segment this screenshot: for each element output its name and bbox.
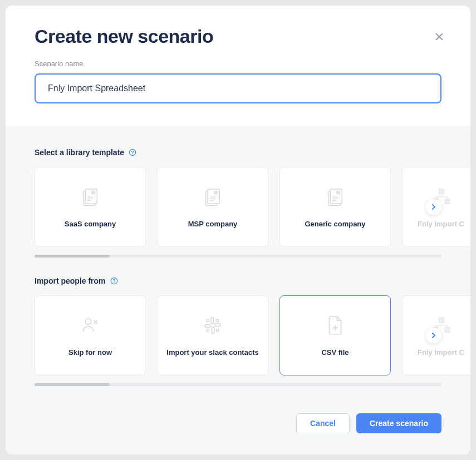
close-icon — [434, 32, 444, 42]
close-button[interactable] — [433, 30, 446, 43]
svg-rect-37 — [205, 324, 211, 327]
import-section-title: Import people from — [35, 276, 106, 285]
import-section-header: Import people from — [6, 276, 470, 285]
help-icon[interactable] — [110, 277, 118, 285]
svg-point-31 — [85, 319, 91, 325]
svg-point-3 — [133, 154, 133, 155]
svg-point-38 — [207, 319, 209, 322]
card-label: Import your slack contacts — [166, 348, 258, 358]
card-label: SaaS company — [65, 219, 116, 229]
modal-header: Create new scenario Scenario name — [6, 6, 470, 126]
import-card-csv[interactable]: CSV file — [279, 295, 391, 375]
svg-rect-36 — [212, 327, 214, 333]
card-label: Generic company — [305, 219, 365, 229]
template-card-saas[interactable]: SaaS company — [35, 167, 146, 247]
templates-cards-row: SaaS company MSP company Generic company — [35, 167, 470, 247]
svg-rect-34 — [211, 318, 214, 324]
csv-file-icon — [325, 313, 346, 338]
import-scrollbar[interactable] — [35, 383, 441, 386]
document-icon — [201, 185, 224, 209]
import-cards-wrap: Skip for now Import your slack contacts … — [6, 295, 470, 375]
import-scroll-next[interactable] — [426, 328, 441, 343]
card-label: Skip for now — [68, 348, 112, 358]
skip-user-icon — [78, 313, 102, 338]
template-card-generic[interactable]: Generic company — [279, 167, 391, 247]
svg-point-29 — [111, 278, 117, 284]
templates-section-title: Select a library template — [35, 148, 124, 157]
svg-rect-35 — [214, 324, 220, 327]
svg-rect-11 — [208, 189, 219, 204]
svg-rect-22 — [439, 189, 444, 194]
import-card-skip[interactable]: Skip for now — [35, 295, 146, 375]
import-cards-row: Skip for now Import your slack contacts … — [35, 295, 470, 375]
scenario-name-input[interactable] — [35, 73, 441, 103]
svg-point-40 — [216, 329, 219, 332]
svg-point-41 — [207, 329, 209, 332]
create-scenario-button[interactable]: Create scenario — [356, 413, 441, 433]
cancel-button[interactable]: Cancel — [296, 413, 350, 433]
modal-title: Create new scenario — [35, 26, 441, 47]
svg-rect-46 — [445, 327, 450, 332]
svg-rect-5 — [85, 189, 97, 204]
create-scenario-modal: Create new scenario Scenario name Select… — [6, 6, 470, 454]
card-label: CSV file — [321, 348, 349, 358]
card-label: Fnly Import C — [418, 348, 464, 358]
import-section: Import people from Skip for now — [6, 276, 470, 386]
svg-rect-24 — [445, 199, 450, 204]
svg-rect-17 — [330, 189, 342, 204]
slack-icon — [202, 313, 223, 338]
svg-point-2 — [129, 149, 135, 155]
templates-scrollbar[interactable] — [35, 255, 441, 258]
help-icon[interactable] — [129, 149, 136, 156]
templates-section: Select a library template SaaS company — [6, 148, 470, 258]
modal-body: Select a library template SaaS company — [6, 126, 470, 404]
templates-scroll-next[interactable] — [426, 199, 441, 215]
modal-footer: Cancel Create scenario — [6, 404, 470, 454]
scrollbar-thumb[interactable] — [35, 383, 110, 386]
document-icon — [78, 185, 102, 209]
template-card-msp[interactable]: MSP company — [157, 167, 268, 247]
chevron-right-icon — [431, 333, 436, 338]
svg-point-30 — [114, 283, 114, 283]
document-icon — [323, 185, 347, 209]
templates-cards-wrap: SaaS company MSP company Generic company — [6, 167, 470, 247]
svg-rect-44 — [439, 318, 444, 323]
import-card-slack[interactable]: Import your slack contacts — [157, 295, 268, 375]
card-label: MSP company — [188, 219, 238, 229]
chevron-right-icon — [431, 204, 436, 210]
svg-point-39 — [216, 319, 219, 322]
scrollbar-thumb[interactable] — [35, 255, 110, 258]
scenario-name-label: Scenario name — [35, 60, 441, 68]
card-label: Fnly Import C — [418, 219, 464, 229]
templates-section-header: Select a library template — [6, 148, 470, 157]
